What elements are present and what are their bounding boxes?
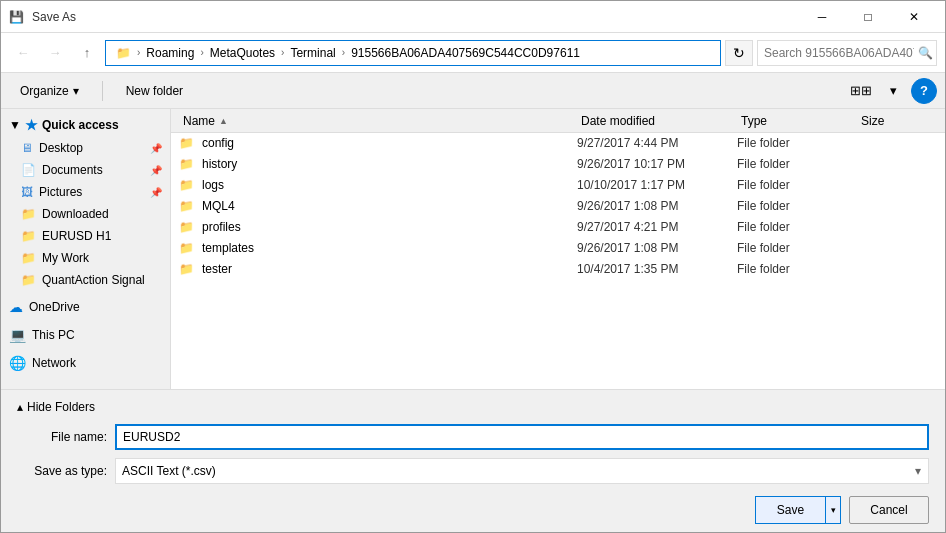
folder-icon: 📁 [179,199,194,213]
search-box: 🔍 [757,40,937,66]
view-dropdown-button[interactable]: ▾ [879,78,907,104]
quantaction-folder-icon: 📁 [21,273,36,287]
file-row[interactable]: 📁 config 9/27/2017 4:44 PM File folder [171,133,945,154]
breadcrumb-bar: 📁 › Roaming › MetaQuotes › Terminal › 91… [105,40,721,66]
organize-button[interactable]: Organize ▾ [9,78,90,104]
save-dropdown-icon: ▾ [831,505,836,515]
filetype-select[interactable]: ASCII Text (*.csv) [115,458,929,484]
column-type[interactable]: Type [737,114,857,128]
title-bar-controls: ─ □ ✕ [799,1,937,33]
network-icon: 🌐 [9,355,26,371]
desktop-folder-icon: 🖥 [21,141,33,155]
minimize-button[interactable]: ─ [799,1,845,33]
quick-access-star-icon: ★ [25,117,38,133]
documents-folder-icon: 📄 [21,163,36,177]
pictures-folder-icon: 🖼 [21,185,33,199]
file-row[interactable]: 📁 tester 10/4/2017 1:35 PM File folder [171,259,945,280]
date-cell: 9/26/2017 1:08 PM [577,241,737,255]
date-cell: 9/26/2017 1:08 PM [577,199,737,213]
file-row[interactable]: 📁 logs 10/10/2017 1:17 PM File folder [171,175,945,196]
folder-icon: 📁 [179,136,194,150]
refresh-button[interactable]: ↻ [725,40,753,66]
pin-icon-pics: 📌 [150,187,162,198]
sidebar-item-eurusd[interactable]: 📁 EURUSD H1 [1,225,170,247]
file-row[interactable]: 📁 profiles 9/27/2017 4:21 PM File folder [171,217,945,238]
breadcrumb-roaming[interactable]: Roaming [142,44,198,62]
hide-folders-arrow-icon: ▴ [17,400,23,414]
filename-label: File name: [17,430,107,444]
up-button[interactable]: ↑ [73,39,101,67]
action-buttons-row: Save ▾ Cancel [17,492,929,524]
folder-icon: 📁 [179,157,194,171]
type-cell: File folder [737,220,857,234]
file-list-container: Name ▲ Date modified Type Size 📁 config [171,109,945,389]
sidebar-item-thispc[interactable]: 💻 This PC [1,323,170,347]
sort-arrow-icon: ▲ [219,116,228,126]
sidebar-item-downloaded[interactable]: 📁 Downloaded [1,203,170,225]
bottom-bar: ▴ Hide Folders File name: Save as type: … [1,389,945,532]
save-button[interactable]: Save [755,496,825,524]
breadcrumb-folder-icon[interactable]: 📁 [112,44,135,62]
sidebar-item-network[interactable]: 🌐 Network [1,351,170,375]
date-cell: 9/26/2017 10:17 PM [577,157,737,171]
type-cell: File folder [737,199,857,213]
file-name-cell: 📁 MQL4 [179,199,577,213]
forward-button[interactable]: → [41,39,69,67]
column-name[interactable]: Name ▲ [179,114,577,128]
maximize-button[interactable]: □ [845,1,891,33]
sidebar-item-desktop[interactable]: 🖥 Desktop 📌 [1,137,170,159]
filetype-label: Save as type: [17,464,107,478]
sidebar-item-pictures[interactable]: 🖼 Pictures 📌 [1,181,170,203]
title-bar-left: 💾 Save As [9,10,76,24]
breadcrumb-metaquotes[interactable]: MetaQuotes [206,44,279,62]
pin-icon: 📌 [150,143,162,154]
view-icon: ⊞⊞ [850,83,872,98]
sidebar: ▼ ★ Quick access 🖥 Desktop 📌 📄 Documents… [1,109,171,389]
type-cell: File folder [737,241,857,255]
column-size[interactable]: Size [857,114,937,128]
thispc-icon: 💻 [9,327,26,343]
back-button[interactable]: ← [9,39,37,67]
file-row[interactable]: 📁 history 9/26/2017 10:17 PM File folder [171,154,945,175]
new-folder-button[interactable]: New folder [115,78,194,104]
file-name-cell: 📁 history [179,157,577,171]
view-toggle-button[interactable]: ⊞⊞ [847,78,875,104]
save-button-wrapper: Save ▾ [755,496,841,524]
type-cell: File folder [737,178,857,192]
title-bar: 💾 Save As ─ □ ✕ [1,1,945,33]
help-button[interactable]: ? [911,78,937,104]
file-name-cell: 📁 templates [179,241,577,255]
breadcrumb-hash[interactable]: 915566BA06ADA407569C544CC0D97611 [347,44,584,62]
file-row[interactable]: 📁 MQL4 9/26/2017 1:08 PM File folder [171,196,945,217]
window-title: Save As [32,10,76,24]
file-name-cell: 📁 tester [179,262,577,276]
pin-icon-docs: 📌 [150,165,162,176]
type-cell: File folder [737,262,857,276]
main-content: ▼ ★ Quick access 🖥 Desktop 📌 📄 Documents… [1,109,945,389]
date-cell: 9/27/2017 4:21 PM [577,220,737,234]
cancel-button[interactable]: Cancel [849,496,929,524]
sidebar-item-documents[interactable]: 📄 Documents 📌 [1,159,170,181]
file-row[interactable]: 📁 templates 9/26/2017 1:08 PM File folde… [171,238,945,259]
address-bar: ← → ↑ 📁 › Roaming › MetaQuotes › Termina… [1,33,945,73]
quick-access-section: ▼ ★ Quick access 🖥 Desktop 📌 📄 Documents… [1,113,170,291]
folder-icon: 📁 [179,178,194,192]
column-date[interactable]: Date modified [577,114,737,128]
search-icon: 🔍 [918,46,933,60]
sidebar-item-onedrive[interactable]: ☁ OneDrive [1,295,170,319]
sidebar-item-quantaction[interactable]: 📁 QuantAction Signal [1,269,170,291]
file-name-cell: 📁 profiles [179,220,577,234]
save-dropdown-button[interactable]: ▾ [825,496,841,524]
breadcrumb-terminal[interactable]: Terminal [286,44,339,62]
search-input[interactable] [764,46,914,60]
filetype-row: Save as type: ASCII Text (*.csv) [17,458,929,484]
date-cell: 10/4/2017 1:35 PM [577,262,737,276]
close-button[interactable]: ✕ [891,1,937,33]
filename-input[interactable] [115,424,929,450]
filename-row: File name: [17,424,929,450]
file-name-cell: 📁 logs [179,178,577,192]
sidebar-item-mywork[interactable]: 📁 My Work [1,247,170,269]
hide-folders-toggle[interactable]: ▴ Hide Folders [17,398,929,416]
quick-access-header[interactable]: ▼ ★ Quick access [1,113,170,137]
filetype-select-wrapper: ASCII Text (*.csv) [115,458,929,484]
